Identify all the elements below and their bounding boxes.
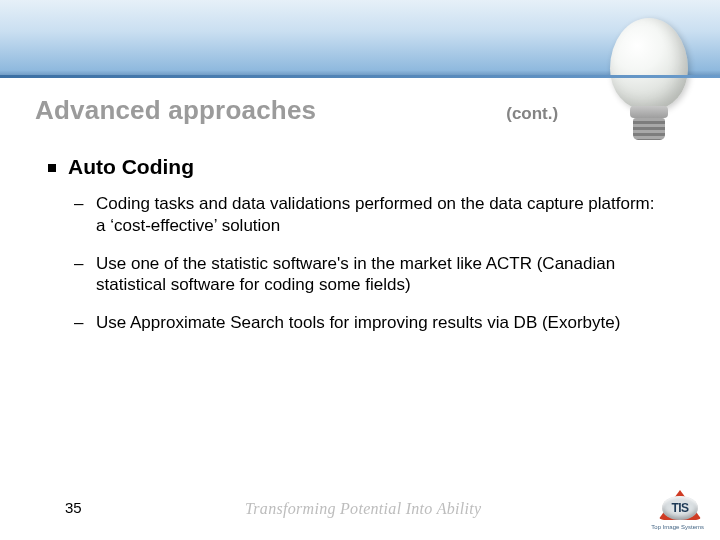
logo-badge: TIS Top Image Systems — [658, 488, 702, 526]
logo-text: TIS — [662, 496, 698, 520]
footer-tagline: Transforming Potential Into Ability — [245, 500, 481, 518]
page-number: 35 — [65, 499, 82, 516]
list-item: Use one of the statistic software's in t… — [96, 253, 658, 297]
slide-continuation: (cont.) — [506, 104, 558, 124]
footer-logo: TIS Top Image Systems — [658, 488, 702, 526]
header-banner — [0, 0, 720, 78]
title-row: Advanced approaches (cont.) — [35, 95, 685, 126]
logo-subtext: Top Image Systems — [651, 524, 704, 530]
lightbulb-image — [578, 0, 698, 150]
list-item: Coding tasks and data validations perfor… — [96, 193, 658, 237]
section-heading: Auto Coding — [68, 155, 658, 179]
content-area: Auto Coding Coding tasks and data valida… — [68, 155, 658, 350]
bullet-list: Coding tasks and data validations perfor… — [68, 193, 658, 334]
list-item: Use Approximate Search tools for improvi… — [96, 312, 658, 334]
slide-title: Advanced approaches — [35, 95, 316, 126]
